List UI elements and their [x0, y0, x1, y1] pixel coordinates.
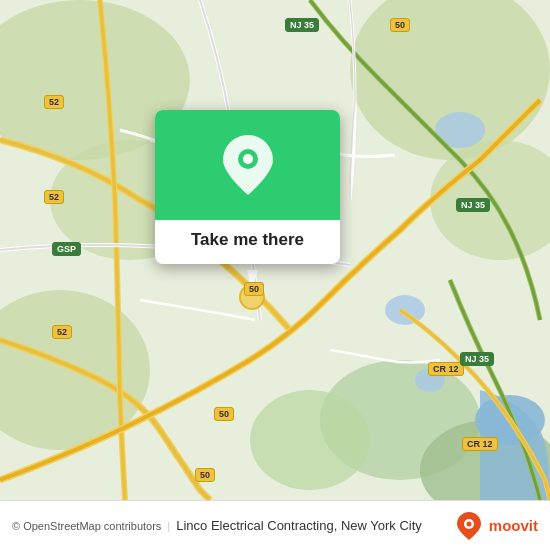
location-pin-icon — [223, 135, 273, 195]
place-name: Linco Electrical Contracting, New York C… — [176, 518, 422, 533]
svg-point-18 — [466, 521, 471, 526]
take-me-there-button[interactable]: Take me there — [155, 220, 340, 264]
moovit-logo: moovit — [453, 510, 538, 542]
svg-point-16 — [243, 154, 253, 164]
svg-point-10 — [385, 295, 425, 325]
place-info: © OpenStreetMap contributors | Linco Ele… — [12, 518, 422, 533]
50-mid-badge: 50 — [244, 282, 264, 296]
moovit-text: moovit — [489, 517, 538, 534]
bottom-bar: © OpenStreetMap contributors | Linco Ele… — [0, 500, 550, 550]
svg-point-8 — [250, 390, 370, 490]
cr12-right-badge: CR 12 — [428, 362, 464, 376]
cr12-bot-badge: CR 12 — [462, 437, 498, 451]
nj35-right-badge: NJ 35 — [456, 198, 490, 212]
gsp-badge: GSP — [52, 242, 81, 256]
nj35-bot-badge: NJ 35 — [460, 352, 494, 366]
popup-green-area — [155, 110, 340, 220]
nj35-top-badge: NJ 35 — [285, 18, 319, 32]
map-container: NJ 35 50 52 52 52 GSP NJ 35 50 50 CR 12 … — [0, 0, 550, 500]
50-bot-badge: 50 — [214, 407, 234, 421]
copyright-text: © OpenStreetMap contributors — [12, 520, 161, 532]
52-left1-badge: 52 — [44, 95, 64, 109]
50-top-badge: 50 — [390, 18, 410, 32]
moovit-icon — [453, 510, 485, 542]
popup-card: Take me there — [155, 110, 340, 264]
52-left2-badge: 52 — [44, 190, 64, 204]
52-left3-badge: 52 — [52, 325, 72, 339]
50-bot2-badge: 50 — [195, 468, 215, 482]
